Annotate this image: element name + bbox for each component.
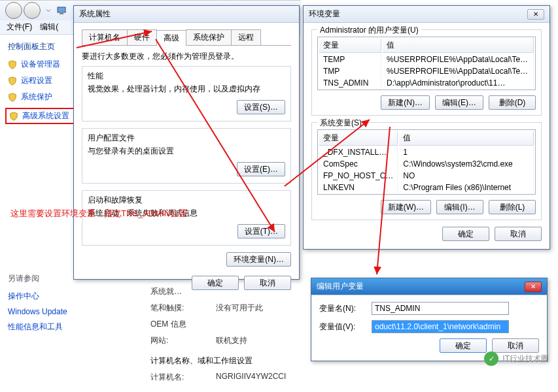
group-legend: Administrator 的用户变量(U) — [317, 25, 421, 36]
admin-note: 要进行大多数更改，您必须作为管理员登录。 — [82, 51, 291, 62]
col-header: 变量 — [319, 39, 381, 53]
tab-remote[interactable]: 远程 — [231, 29, 261, 45]
dialog-title: 编辑用户变量 — [317, 281, 364, 292]
table-row[interactable]: ComSpecC:\Windows\system32\cmd.exe — [319, 159, 534, 169]
wechat-icon: ✓ — [484, 351, 498, 366]
table-row[interactable]: TNS_ADMIND:\app\Administrator\product\11… — [319, 78, 534, 88]
ok-button[interactable]: 确定 — [192, 276, 239, 290]
user-vars-table[interactable]: 变量值 TEMP%USERPROFILE%\AppData\Local\Temp… — [317, 37, 536, 90]
tab-strip: 计算机名 硬件 高级 系统保护 远程 — [82, 29, 291, 46]
tab-computer-name[interactable]: 计算机名 — [82, 29, 128, 45]
group-desc: 与您登录有关的桌面设置 — [88, 146, 285, 157]
sys-edit-button[interactable]: 编辑(I)… — [436, 200, 483, 214]
dialog-title: 系统属性 — [79, 8, 111, 20]
name-label: 变量名(N): — [319, 303, 365, 314]
dialog-titlebar: 环境变量 ✕ — [304, 6, 549, 23]
env-var-button[interactable]: 环境变量(N)… — [226, 252, 291, 267]
startup-settings-button[interactable]: 设置(T)… — [237, 224, 285, 238]
sidebar-label: 高级系统设置 — [22, 110, 69, 122]
profile-group: 用户配置文件 与您登录有关的桌面设置 设置(E)… — [82, 128, 291, 184]
sys-new-button[interactable]: 新建(W)… — [381, 200, 431, 214]
profile-settings-button[interactable]: 设置(E)… — [237, 162, 285, 176]
watermark-text: IT行业技术圈 — [502, 353, 549, 365]
close-button[interactable]: ✕ — [527, 9, 544, 20]
sidebar-label: 远程设置 — [21, 75, 52, 86]
back-button[interactable] — [5, 2, 22, 19]
section-heading: 计算机名称、域和工作组设置 — [150, 355, 253, 367]
table-row[interactable]: LNKEVNC:\Program Files (x86)\Internet — [319, 182, 534, 193]
group-title: 性能 — [88, 71, 285, 82]
var-value-input[interactable] — [372, 320, 509, 333]
dialog-title: 环境变量 — [309, 8, 340, 20]
cancel-button[interactable]: 取消 — [492, 338, 539, 353]
sys-vars-group: 系统变量(S) 变量值 _DFX_INSTALL…1 ComSpecC:\Win… — [311, 122, 542, 220]
menu-file[interactable]: 文件(F) — [7, 22, 32, 33]
tab-advanced[interactable]: 高级 — [156, 30, 186, 46]
env-var-dialog: 环境变量 ✕ Administrator 的用户变量(U) 变量值 TEMP%U… — [303, 5, 550, 250]
group-legend: 系统变量(S) — [317, 118, 364, 129]
ok-button[interactable]: 确定 — [440, 338, 487, 353]
sidebar-label: 设备管理器 — [21, 59, 60, 70]
col-header: 变量 — [319, 131, 398, 146]
group-desc: 视觉效果，处理器计划，内存使用，以及虚拟内存 — [88, 84, 285, 95]
value: NGRIGIIV4YW2CCI — [216, 372, 286, 383]
shield-icon — [9, 112, 18, 121]
group-title: 用户配置文件 — [88, 133, 285, 144]
sidebar-label: 系统保护 — [21, 91, 52, 103]
system-properties-dialog: 系统属性 计算机名 硬件 高级 系统保护 远程 要进行大多数更改，您必须作为管理… — [73, 5, 300, 280]
group-title: 启动和故障恢复 — [88, 195, 285, 206]
chevron-down-icon — [46, 8, 51, 13]
user-new-button[interactable]: 新建(N)… — [381, 95, 430, 110]
dialog-titlebar: 编辑用户变量 ✕ — [311, 278, 547, 295]
svg-rect-1 — [60, 13, 63, 14]
close-button[interactable]: ✕ — [525, 282, 542, 292]
shield-icon — [8, 93, 17, 102]
table-row[interactable]: FP_NO_HOST_C…NO — [319, 171, 534, 181]
tab-hardware[interactable]: 硬件 — [127, 29, 157, 45]
value-label: 变量值(V): — [319, 321, 365, 333]
label: 笔和触摸: — [150, 302, 216, 314]
label: 网站: — [150, 335, 216, 346]
col-header: 值 — [383, 39, 534, 53]
label: OEM 信息 — [150, 319, 216, 330]
cancel-button[interactable]: 取消 — [244, 276, 291, 290]
edit-user-var-dialog: 编辑用户变量 ✕ 变量名(N): 变量值(V): 确定 取消 — [311, 278, 548, 361]
user-edit-button[interactable]: 编辑(E)… — [435, 95, 483, 110]
watermark: ✓ IT行业技术圈 — [484, 351, 549, 366]
col-header: 值 — [399, 131, 534, 146]
table-row[interactable]: TEMP%USERPROFILE%\AppData\Local\Temp — [319, 54, 534, 65]
computer-icon — [56, 5, 67, 16]
annotation-text: 这里需要设置环境变量，指定TNS_ADMIN位置 — [10, 208, 187, 220]
table-row[interactable]: TMP%USERPROFILE%\AppData\Local\Temp — [319, 66, 534, 76]
dialog-titlebar: 系统属性 — [74, 6, 299, 23]
table-row[interactable]: _DFX_INSTALL…1 — [319, 147, 534, 157]
perf-settings-button[interactable]: 设置(S)… — [237, 100, 285, 114]
ok-button[interactable]: 确定 — [442, 227, 489, 241]
shield-icon — [8, 60, 17, 69]
performance-group: 性能 视觉效果，处理器计划，内存使用，以及虚拟内存 设置(S)… — [82, 66, 291, 122]
sys-delete-button[interactable]: 删除(L) — [489, 200, 536, 214]
tab-protection[interactable]: 系统保护 — [186, 29, 232, 45]
var-name-input[interactable] — [372, 302, 509, 315]
cancel-button[interactable]: 取消 — [495, 227, 542, 241]
shield-icon — [8, 76, 17, 86]
user-delete-button[interactable]: 删除(D) — [489, 95, 536, 110]
website-link[interactable]: 联机支持 — [216, 335, 247, 346]
forward-button[interactable] — [24, 2, 41, 19]
user-vars-group: Administrator 的用户变量(U) 变量值 TEMP%USERPROF… — [311, 29, 542, 116]
sys-vars-table[interactable]: 变量值 _DFX_INSTALL…1 ComSpecC:\Windows\sys… — [317, 129, 536, 195]
value: 没有可用于此 — [216, 302, 263, 314]
label: 计算机名: — [150, 372, 216, 383]
svg-rect-0 — [58, 7, 65, 12]
menu-edit[interactable]: 编辑( — [40, 22, 58, 33]
